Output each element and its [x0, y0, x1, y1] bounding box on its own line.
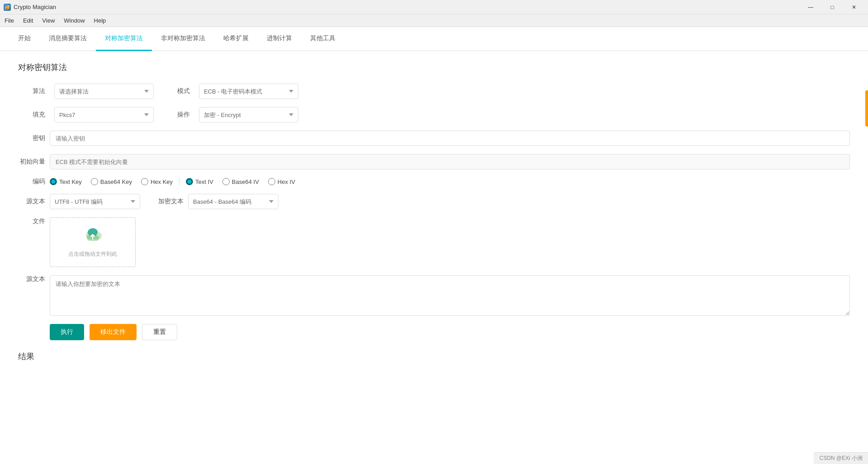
- reset-button[interactable]: 重置: [142, 324, 177, 340]
- menu-view[interactable]: View: [38, 15, 59, 26]
- radio-hex-key-label: Hex Key: [151, 178, 173, 185]
- cipher-text-encoding-select[interactable]: Base64 - Base64 编码: [188, 194, 278, 209]
- menu-bar: File Edit View Window Help: [0, 14, 868, 27]
- app-title: Crypto Magician: [14, 4, 56, 10]
- minimize-button[interactable]: —: [800, 0, 821, 14]
- upload-icon: [84, 226, 102, 247]
- radio-text-key-label: Text Key: [59, 178, 82, 185]
- tab-asymmetric[interactable]: 非对称加密算法: [152, 27, 214, 51]
- radio-hex-iv-item[interactable]: Hex IV: [268, 178, 295, 185]
- radio-text-key[interactable]: [50, 178, 57, 185]
- menu-edit[interactable]: Edit: [19, 15, 38, 26]
- operation-control: 加密 - Encrypt: [199, 107, 298, 122]
- radio-text-iv[interactable]: [186, 178, 193, 185]
- radio-base64-key-item[interactable]: Base64 Key: [91, 178, 132, 185]
- radio-base64-iv-label: Base64 IV: [232, 178, 259, 185]
- status-bar: CSDN @EXi 小洲: [814, 452, 868, 464]
- source-textarea[interactable]: [50, 275, 850, 316]
- padding-select[interactable]: Pkcs7: [54, 107, 154, 122]
- file-section: 文件 点击或拖动文件到此: [18, 217, 850, 267]
- key-label: 密钥: [18, 134, 45, 142]
- menu-help[interactable]: Help: [90, 15, 111, 26]
- mode-select[interactable]: ECB - 电子密码本模式: [199, 84, 298, 99]
- algorithm-mode-row: 算法 请选择算法 模式 ECB - 电子密码本模式: [18, 84, 850, 99]
- radio-text-key-item[interactable]: Text Key: [50, 178, 82, 185]
- status-text: CSDN @EXi 小洲: [819, 455, 863, 461]
- app-icon: 🔐: [4, 4, 11, 11]
- iv-label: 初始向量: [18, 158, 45, 166]
- source-textarea-section: 源文本: [18, 275, 850, 316]
- tab-hash-extend[interactable]: 哈希扩展: [214, 27, 258, 51]
- buttons-row: 执行 移出文件 重置: [50, 324, 850, 340]
- menu-file[interactable]: File: [0, 15, 19, 26]
- radio-hex-iv-label: Hex IV: [278, 178, 295, 185]
- key-row: 密钥: [18, 131, 850, 146]
- window-controls: — □ ✕: [800, 0, 864, 14]
- title-bar: 🔐 Crypto Magician — □ ✕: [0, 0, 868, 14]
- mode-control: ECB - 电子密码本模式: [199, 84, 298, 99]
- key-input[interactable]: [50, 131, 850, 146]
- menu-window[interactable]: Window: [59, 15, 89, 26]
- cipher-text-encoding-label: 加密文本: [158, 197, 184, 206]
- radio-hex-key-item[interactable]: Hex Key: [141, 178, 173, 185]
- algorithm-select[interactable]: 请选择算法: [54, 84, 154, 99]
- tab-base-calc[interactable]: 进制计算: [258, 27, 301, 51]
- radio-text-iv-item[interactable]: Text IV: [186, 178, 213, 185]
- close-button[interactable]: ✕: [844, 0, 864, 14]
- key-encoding-group: Text Key Base64 Key Hex Key: [50, 178, 173, 185]
- radio-base64-key-label: Base64 Key: [100, 178, 132, 185]
- file-upload-area[interactable]: 点击或拖动文件到此: [50, 217, 136, 267]
- algorithm-label: 算法: [18, 87, 45, 95]
- section-title: 对称密钥算法: [18, 62, 850, 73]
- operation-select[interactable]: 加密 - Encrypt: [199, 107, 298, 122]
- radio-hex-key[interactable]: [141, 178, 148, 185]
- main-content: 对称密钥算法 算法 请选择算法 模式 ECB - 电子密码本模式 填充 Pkcs…: [0, 51, 868, 464]
- padding-operation-row: 填充 Pkcs7 操作 加密 - Encrypt: [18, 107, 850, 122]
- tab-other-tools[interactable]: 其他工具: [301, 27, 344, 51]
- encoding-divider: [179, 178, 179, 186]
- tab-digest[interactable]: 消息摘要算法: [40, 27, 96, 51]
- source-text-encoding-select[interactable]: UTF8 - UTF8 编码: [50, 194, 140, 209]
- padding-label: 填充: [18, 111, 45, 119]
- export-button[interactable]: 移出文件: [90, 324, 137, 340]
- source-textarea-label: 源文本: [18, 275, 45, 283]
- radio-base64-iv-item[interactable]: Base64 IV: [222, 178, 259, 185]
- maximize-button[interactable]: □: [822, 0, 843, 14]
- source-text-encoding-label: 源文本: [18, 197, 45, 206]
- result-section: 结果: [18, 351, 850, 362]
- mode-label: 模式: [163, 87, 190, 95]
- text-encoding-row: 源文本 UTF8 - UTF8 编码 加密文本 Base64 - Base64 …: [18, 194, 850, 209]
- side-indicator: [865, 90, 868, 127]
- radio-base64-key[interactable]: [91, 178, 98, 185]
- encoding-row: 编码 Text Key Base64 Key Hex Key Text IV: [18, 178, 850, 186]
- radio-base64-iv[interactable]: [222, 178, 230, 185]
- execute-button[interactable]: 执行: [50, 324, 84, 340]
- radio-hex-iv[interactable]: [268, 178, 275, 185]
- iv-input[interactable]: [50, 154, 850, 169]
- encoding-label: 编码: [18, 178, 45, 186]
- iv-row: 初始向量: [18, 154, 850, 169]
- iv-encoding-group: Text IV Base64 IV Hex IV: [186, 178, 295, 185]
- nav-tabs: 开始 消息摘要算法 对称加密算法 非对称加密算法 哈希扩展 进制计算 其他工具: [0, 27, 868, 51]
- operation-label: 操作: [163, 111, 190, 119]
- tab-symmetric[interactable]: 对称加密算法: [96, 27, 152, 51]
- title-bar-left: 🔐 Crypto Magician: [4, 4, 56, 11]
- algorithm-control: 请选择算法: [54, 84, 154, 99]
- padding-control: Pkcs7: [54, 107, 154, 122]
- result-label: 结果: [18, 351, 34, 362]
- file-label: 文件: [18, 217, 45, 225]
- file-upload-text: 点击或拖动文件到此: [68, 250, 117, 258]
- tab-start[interactable]: 开始: [9, 27, 40, 51]
- radio-text-iv-label: Text IV: [195, 178, 213, 185]
